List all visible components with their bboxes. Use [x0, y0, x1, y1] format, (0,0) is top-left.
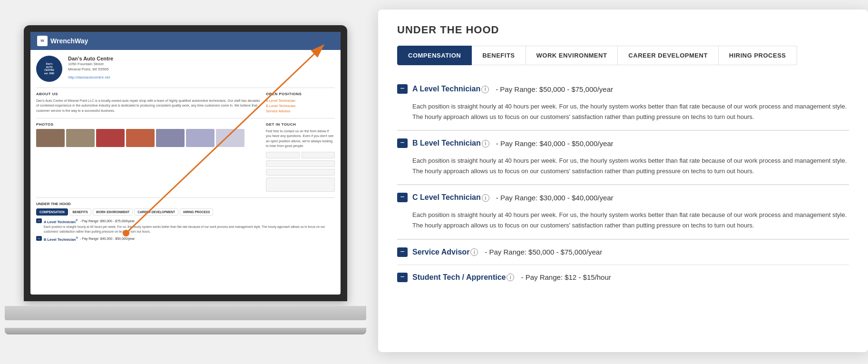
laptop-foot [5, 328, 366, 334]
tab-compensation[interactable]: COMPENSATION [397, 46, 472, 65]
minus-icon-b[interactable] [397, 138, 408, 148]
col-open-positions: OPEN POSITIONS A Level Technician B Leve… [266, 92, 335, 114]
logo-text: WrenchWay [50, 37, 88, 45]
position-pay-b: - Pay Range: $40,000 - $50,000/year [496, 139, 614, 148]
laptop-container: W WrenchWay Dan'sAUTOCENTREest. 1992 Dan… [0, 0, 371, 364]
photo-5 [156, 129, 185, 147]
minus-icon-c[interactable] [397, 193, 408, 202]
two-col-about: ABOUT US Dan's Auto Centre of Mineral Po… [36, 92, 335, 114]
positions-list: A Level Techniciani - Pay Range: $50,000… [397, 77, 849, 290]
tab-work-environment[interactable]: WORK ENVIRONMENT [526, 46, 618, 65]
minus-icon-sa[interactable] [397, 247, 408, 257]
form-email[interactable] [266, 160, 335, 167]
col-get-in-touch: GET IN TOUCH Feel free to contact us on … [266, 122, 335, 194]
position-card-sta: Student Tech / Apprenticei - Pay Range: … [397, 265, 849, 290]
position-title-a: A Level Techniciani [412, 85, 489, 93]
form-first-name[interactable] [266, 152, 300, 158]
position-link-1[interactable]: A Level Technician [266, 98, 335, 103]
position-title-b-small: B Level Technician® [44, 236, 78, 242]
info-icon-b[interactable]: i [482, 140, 489, 148]
info-icon-a[interactable]: i [481, 86, 489, 93]
info-icon-sa[interactable]: i [470, 248, 478, 256]
shop-info: Dan's Auto Centre 1050 Fountain Street M… [68, 56, 113, 80]
position-row-b: B Level Technician® - Pay Range: $40,000… [36, 236, 335, 242]
shop-city: Mineral Point, WI 53565 [68, 67, 113, 72]
tabs-small: COMPENSATION BENEFITS WORK ENVIRONMENT C… [36, 208, 335, 216]
site-header: W WrenchWay [30, 32, 341, 50]
photo-4 [126, 129, 155, 147]
position-title-c: C Level Techniciani [412, 193, 489, 202]
position-header-c: C Level Techniciani - Pay Range: $30,000… [397, 185, 849, 210]
position-pay-c: - Pay Range: $30,000 - $40,000/year [496, 194, 614, 202]
open-positions-title: OPEN POSITIONS [266, 92, 335, 96]
minus-icon-sta[interactable] [397, 273, 408, 282]
photo-2 [66, 129, 95, 147]
shop-url[interactable]: http://dansautocentre.net [68, 75, 110, 79]
position-desc-c: Each position is straight hourly at 40 h… [397, 210, 849, 239]
two-col-photos: PHOTOS GET [36, 122, 335, 194]
col-about: ABOUT US Dan's Auto Centre of Mineral Po… [36, 92, 261, 114]
position-pay-b-small: - Pay Range: $40,000 - $50,000/year [80, 237, 135, 240]
tab-small-career[interactable]: CAREER DEVELOPMENT [134, 208, 178, 216]
form-phone[interactable] [266, 169, 335, 176]
get-in-touch-text: Feel free to contact us on the form belo… [266, 129, 335, 149]
laptop-base [5, 306, 366, 320]
position-link-3[interactable]: Service Advisor [266, 109, 335, 113]
form-row-name [266, 152, 335, 160]
position-pay-sta: - Pay Range: $12 - $15/hour [521, 273, 611, 281]
shop-address: 1050 Fountain Street [68, 61, 113, 67]
position-pay-a-small: - Pay Range: $50,000 - $75,000/year [80, 219, 135, 223]
position-row-a: A Level Technician® - Pay Range: $50,000… [36, 218, 335, 224]
position-link-2[interactable]: B Level Technician [266, 104, 335, 108]
divider-2 [36, 118, 335, 118]
divider-3 [36, 197, 335, 198]
open-positions-list: A Level Technician B Level Technician Se… [266, 98, 335, 113]
shop-header: Dan'sAUTOCENTREest. 1992 Dan's Auto Cent… [36, 56, 335, 82]
photo-7 [216, 129, 244, 147]
shop-name: Dan's Auto Centre [68, 56, 113, 61]
laptop: W WrenchWay Dan'sAUTOCENTREest. 1992 Dan… [5, 16, 366, 349]
position-title-a-small: A Level Technician® [44, 218, 78, 224]
position-title-sta: Student Tech / Apprenticei [412, 273, 514, 282]
info-icon-c[interactable]: i [482, 194, 489, 202]
position-card-a: A Level Techniciani - Pay Range: $50,000… [397, 77, 849, 130]
about-text: Dan's Auto Centre of Mineral Point LLC i… [36, 98, 261, 114]
col-photos: PHOTOS [36, 122, 261, 194]
photo-6 [186, 129, 215, 147]
laptop-screen-inner: W WrenchWay Dan'sAUTOCENTREest. 1992 Dan… [30, 32, 341, 295]
under-the-hood-small: UNDER THE HOOD COMPENSATION BENEFITS WOR… [36, 202, 335, 242]
tab-small-compensation[interactable]: COMPENSATION [36, 208, 68, 216]
laptop-screen: W WrenchWay Dan'sAUTOCENTREest. 1992 Dan… [24, 25, 347, 301]
tab-small-work-env[interactable]: WORK ENVIRONMENT [93, 208, 133, 216]
minus-icon-b-small [36, 236, 42, 241]
position-desc-a-small: Each position is straight hourly at 40 h… [44, 225, 335, 234]
tab-hiring-process[interactable]: HIRING PROCESS [719, 46, 797, 65]
about-title: ABOUT US [36, 92, 261, 96]
position-title-b: B Level Techniciani [412, 139, 489, 148]
site-content: Dan'sAUTOCENTREest. 1992 Dan's Auto Cent… [30, 50, 341, 295]
tab-small-benefits[interactable]: BENEFITS [69, 208, 91, 216]
position-pay-a: - Pay Range: $50,000 - $75,000/year [496, 85, 613, 93]
photos-title: PHOTOS [36, 122, 261, 127]
tab-small-hiring[interactable]: HIRING PROCESS [180, 208, 213, 216]
form-last-name[interactable] [302, 152, 335, 158]
uth-title-small: UNDER THE HOOD [36, 202, 335, 206]
position-pay-sa: - Pay Range: $50,000 - $75,000/year [485, 248, 602, 256]
divider-1 [36, 88, 335, 88]
form-message[interactable] [266, 177, 335, 192]
logo-icon: W [37, 36, 48, 46]
photo-1 [36, 129, 65, 147]
site-logo: W WrenchWay [37, 36, 88, 46]
position-header-b: B Level Techniciani - Pay Range: $40,000… [397, 130, 849, 156]
shop-logo: Dan'sAUTOCENTREest. 1992 [36, 56, 62, 82]
position-card-c: C Level Techniciani - Pay Range: $30,000… [397, 185, 849, 239]
position-card-sa: Service Advisori - Pay Range: $50,000 - … [397, 239, 849, 265]
tab-career-development[interactable]: CAREER DEVELOPMENT [618, 46, 718, 65]
position-header-a: A Level Techniciani - Pay Range: $50,000… [397, 77, 849, 101]
tab-benefits[interactable]: BENEFITS [472, 46, 526, 65]
minus-icon-a[interactable] [397, 84, 408, 94]
position-card-b: B Level Techniciani - Pay Range: $40,000… [397, 130, 849, 185]
info-icon-sta[interactable]: i [507, 274, 514, 281]
right-panel: UNDER THE HOOD COMPENSATION BENEFITS WOR… [378, 10, 868, 352]
right-panel-title: UNDER THE HOOD [397, 24, 849, 36]
